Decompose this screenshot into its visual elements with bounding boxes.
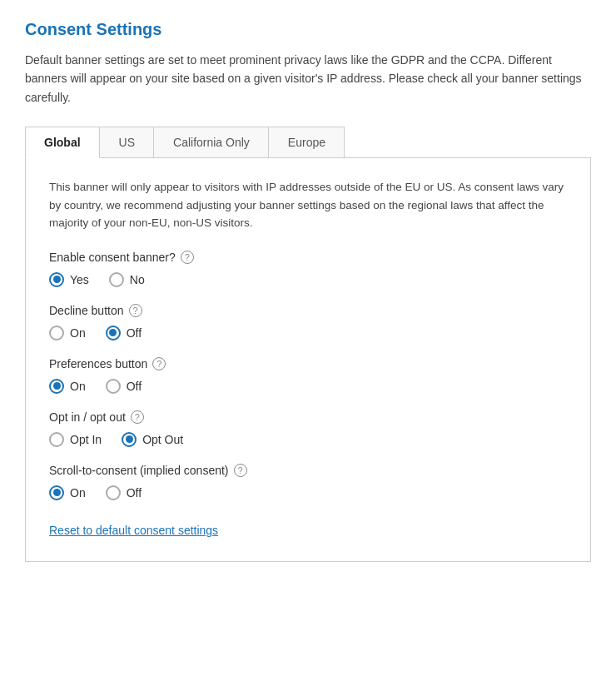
radio-group-enable-consent-banner: Yes No [49, 272, 567, 287]
help-icon-opt-in-out[interactable]: ? [131, 410, 144, 424]
radio-circle-preferences-off [106, 379, 121, 394]
setting-label-opt-in-out: Opt in / opt out ? [49, 410, 567, 424]
radio-group-opt-in-out: Opt In Opt Out [49, 432, 567, 447]
setting-decline-button: Decline button ? On Off [49, 304, 567, 340]
radio-decline-off[interactable]: Off [106, 326, 142, 340]
setting-label-decline-button: Decline button ? [49, 304, 567, 317]
radio-circle-decline-on [49, 326, 64, 340]
tabs-container: Global US California Only Europe [25, 127, 591, 158]
radio-scroll-off[interactable]: Off [106, 485, 142, 500]
radio-circle-yes [49, 272, 64, 287]
tab-california[interactable]: California Only [154, 127, 269, 157]
help-icon-scroll-to-consent[interactable]: ? [234, 464, 247, 477]
radio-group-decline-button: On Off [49, 326, 567, 340]
radio-circle-decline-off [106, 326, 121, 340]
radio-circle-opt-in [49, 432, 64, 447]
radio-circle-preferences-on [49, 379, 64, 394]
radio-circle-scroll-on [49, 485, 64, 500]
page-description: Default banner settings are set to meet … [25, 51, 591, 107]
help-icon-enable-consent-banner[interactable]: ? [181, 251, 194, 264]
setting-scroll-to-consent: Scroll-to-consent (implied consent) ? On… [49, 464, 567, 500]
panel-description: This banner will only appear to visitors… [49, 178, 567, 232]
tab-global[interactable]: Global [25, 127, 100, 158]
radio-circle-no [109, 272, 124, 287]
radio-circle-opt-out [122, 432, 137, 447]
page-title: Consent Settings [25, 20, 591, 39]
radio-scroll-on[interactable]: On [49, 485, 86, 500]
radio-enable-consent-no[interactable]: No [109, 272, 145, 287]
radio-opt-out[interactable]: Opt Out [122, 432, 183, 447]
setting-label-enable-consent-banner: Enable consent banner? ? [49, 251, 567, 264]
tab-europe[interactable]: Europe [269, 127, 345, 157]
radio-circle-scroll-off [106, 485, 121, 500]
setting-label-scroll-to-consent: Scroll-to-consent (implied consent) ? [49, 464, 567, 477]
tab-panel-global: This banner will only appear to visitors… [25, 158, 591, 562]
radio-preferences-on[interactable]: On [49, 379, 86, 394]
radio-enable-consent-yes[interactable]: Yes [49, 272, 89, 287]
help-icon-preferences-button[interactable]: ? [152, 357, 166, 370]
reset-link[interactable]: Reset to default consent settings [49, 524, 218, 537]
setting-opt-in-out: Opt in / opt out ? Opt In Opt Out [49, 410, 567, 447]
radio-group-preferences-button: On Off [49, 379, 567, 394]
radio-group-scroll-to-consent: On Off [49, 485, 567, 500]
setting-label-preferences-button: Preferences button ? [49, 357, 567, 370]
radio-preferences-off[interactable]: Off [106, 379, 142, 394]
radio-opt-in[interactable]: Opt In [49, 432, 102, 447]
tab-us[interactable]: US [100, 127, 154, 157]
setting-preferences-button: Preferences button ? On Off [49, 357, 567, 394]
help-icon-decline-button[interactable]: ? [129, 304, 142, 317]
setting-enable-consent-banner: Enable consent banner? ? Yes No [49, 251, 567, 287]
radio-decline-on[interactable]: On [49, 326, 86, 340]
